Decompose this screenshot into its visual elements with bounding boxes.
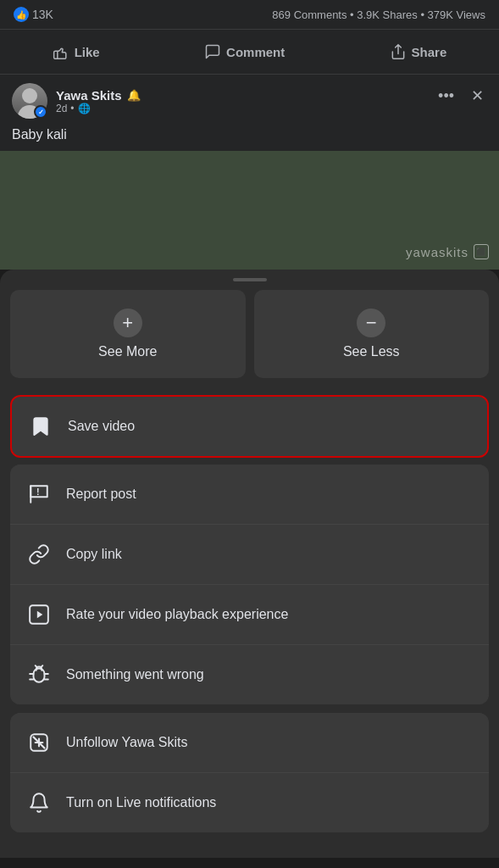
- likes-value: 13K: [32, 8, 53, 21]
- verified-badge-icon: ✓: [34, 105, 47, 119]
- live-notifications-label: Turn on Live notifications: [66, 795, 216, 810]
- rate-playback-label: Rate your video playback experience: [66, 607, 288, 622]
- bottom-sheet: + See More − See Less Save video: [0, 270, 499, 858]
- copy-link-item[interactable]: Copy link: [10, 525, 489, 585]
- report-post-icon: !: [24, 479, 54, 509]
- see-more-button[interactable]: + See More: [10, 290, 246, 378]
- sheet-handle: [0, 270, 499, 290]
- watermark: yawaskits ⬛: [406, 244, 489, 259]
- something-wrong-label: Something went wrong: [66, 667, 204, 682]
- copy-link-label: Copy link: [66, 547, 122, 562]
- watermark-text: yawaskits: [406, 245, 469, 259]
- likes-count: 👍 13K: [14, 7, 53, 22]
- rate-playback-icon: [24, 599, 54, 630]
- bug-icon: [28, 664, 50, 686]
- copy-link-icon: [24, 539, 54, 570]
- post-time: 2d • 🌐: [56, 103, 141, 114]
- unfollow-label: Unfollow Yawa Skits: [66, 735, 187, 750]
- globe-icon: 🌐: [78, 103, 91, 114]
- notification-bell-icon: 🔔: [127, 89, 141, 102]
- post-author-name: Yawa Skits: [56, 88, 122, 103]
- unfollow-item[interactable]: Unfollow Yawa Skits: [10, 713, 489, 773]
- handle-bar: [233, 278, 267, 281]
- something-wrong-item[interactable]: Something went wrong: [10, 645, 489, 704]
- save-video-label: Save video: [68, 419, 135, 434]
- play-icon: [28, 604, 50, 626]
- like-label: Like: [75, 45, 100, 59]
- see-less-icon: −: [357, 309, 385, 337]
- comment-button[interactable]: Comment: [194, 38, 295, 65]
- bookmark-icon: [30, 415, 52, 437]
- see-more-icon: +: [114, 309, 142, 337]
- action-bar: Like Comment Share: [0, 30, 499, 75]
- bell-icon: [28, 792, 50, 814]
- live-notifications-icon: [24, 787, 54, 818]
- post-header: ✓ Yawa Skits 🔔 2d • 🌐 ••• ✕: [0, 75, 499, 127]
- report-post-label: Report post: [66, 487, 136, 502]
- see-more-less-row: + See More − See Less: [0, 290, 499, 388]
- save-video-item[interactable]: Save video: [10, 395, 489, 458]
- unfollow-badge-icon: [28, 732, 50, 754]
- post-caption: Baby kali: [0, 127, 499, 151]
- rate-playback-item[interactable]: Rate your video playback experience: [10, 585, 489, 645]
- something-wrong-icon: [24, 659, 54, 690]
- share-button[interactable]: Share: [380, 38, 457, 65]
- link-icon: [28, 543, 50, 565]
- watermark-icon: ⬛: [474, 244, 489, 259]
- stats-bar: 👍 13K 869 Comments • 3.9K Shares • 379K …: [0, 0, 499, 30]
- unfollow-icon: [24, 727, 54, 758]
- engagement-stats: 869 Comments • 3.9K Shares • 379K Views: [272, 8, 485, 21]
- like-icon: [53, 43, 69, 60]
- post-author-section: ✓ Yawa Skits 🔔 2d • 🌐: [12, 83, 141, 119]
- post-author-row: Yawa Skits 🔔: [56, 88, 141, 103]
- menu-section-2: Unfollow Yawa Skits Turn on Live notific…: [10, 713, 489, 832]
- see-less-button[interactable]: − See Less: [254, 290, 490, 378]
- separator-dot: •: [70, 103, 74, 114]
- live-notifications-item[interactable]: Turn on Live notifications: [10, 773, 489, 832]
- see-less-label: See Less: [343, 344, 400, 359]
- share-icon: [390, 43, 407, 60]
- share-label: Share: [412, 45, 447, 59]
- menu-section-1: ! Report post Copy link Ra: [10, 465, 489, 704]
- post-age: 2d: [56, 103, 67, 114]
- avatar: ✓: [12, 83, 47, 119]
- report-post-item[interactable]: ! Report post: [10, 465, 489, 525]
- comment-label: Comment: [226, 45, 285, 59]
- see-more-label: See More: [98, 344, 157, 359]
- comment-icon: [204, 43, 221, 60]
- video-area: yawaskits ⬛: [0, 151, 499, 270]
- like-button[interactable]: Like: [42, 38, 110, 65]
- post-meta: Yawa Skits 🔔 2d • 🌐: [56, 88, 141, 114]
- more-options-button[interactable]: •••: [435, 84, 457, 108]
- flag-icon: !: [28, 483, 50, 505]
- save-video-icon: [25, 411, 56, 442]
- svg-marker-3: [37, 611, 43, 619]
- svg-text:!: !: [36, 487, 40, 497]
- post-header-actions: ••• ✕: [435, 83, 487, 108]
- like-badge-icon: 👍: [14, 7, 29, 22]
- close-button[interactable]: ✕: [468, 83, 487, 108]
